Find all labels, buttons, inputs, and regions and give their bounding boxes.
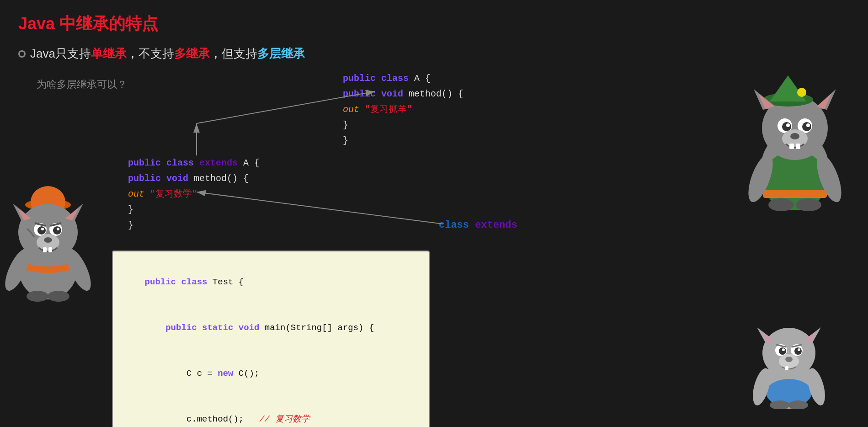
svg-point-38	[53, 226, 61, 235]
why-text: 为啥多层继承可以？	[37, 78, 127, 91]
highlight-single: 单继承	[91, 47, 127, 60]
svg-point-23	[768, 198, 794, 211]
title-java: Java	[18, 14, 59, 33]
code-b-line3: out "复习数学"	[128, 187, 260, 202]
svg-point-37	[37, 226, 46, 235]
svg-point-24	[796, 198, 821, 211]
svg-rect-67	[785, 366, 788, 370]
wolf-right-svg	[735, 64, 854, 215]
svg-point-14	[802, 122, 811, 131]
svg-point-39	[41, 228, 44, 230]
test-line2: public static void main(String[] args) {	[124, 305, 418, 351]
test-line1: public class Test {	[124, 260, 418, 305]
code-block-b: public class extends A { public void met…	[128, 155, 260, 233]
test-line3: C c = new C();	[124, 351, 418, 397]
svg-point-64	[798, 348, 800, 351]
svg-point-49	[48, 291, 69, 302]
code-a-line3: out "复习抓羊"	[343, 102, 463, 117]
code-b-line5: }	[128, 218, 260, 233]
code-box-test: public class Test { public static void m…	[112, 251, 430, 427]
title-main: 中继承的特点	[59, 14, 158, 33]
svg-point-66	[785, 357, 793, 362]
test-line4: c.method(); // 复习数学	[124, 396, 418, 427]
page-title: Java 中继承的特点	[18, 13, 158, 35]
svg-rect-20	[796, 144, 800, 149]
code-b-line2: public void method() {	[128, 171, 260, 187]
bullet-mid1: ，不支持	[127, 47, 174, 60]
svg-point-52	[762, 328, 815, 378]
wolf-character-left	[0, 183, 96, 302]
bullet-prefix: Java只支持	[30, 47, 91, 60]
code-b-line1: public class extends A {	[128, 155, 260, 171]
main-bullet: Java只支持单继承，不支持多继承，但支持多层继承	[18, 46, 305, 62]
svg-point-13	[782, 122, 791, 131]
code-a-line1: public class A {	[343, 71, 463, 86]
bullet-mid2: ，但支持	[210, 47, 257, 60]
code-a-line5: }	[343, 133, 463, 149]
svg-point-16	[806, 123, 810, 127]
code-block-a: public class A { public void method() { …	[343, 71, 463, 149]
code-a-line2: public void method() {	[343, 86, 463, 102]
bullet-text: Java只支持单继承，不支持多继承，但支持多层继承	[30, 46, 305, 62]
svg-point-48	[27, 291, 48, 302]
wolf-character-small	[747, 313, 831, 409]
svg-point-18	[790, 133, 799, 139]
svg-rect-19	[789, 144, 794, 149]
svg-rect-44	[43, 247, 47, 252]
highlight-multi: 多继承	[174, 47, 210, 60]
svg-point-62	[794, 347, 802, 355]
svg-point-40	[57, 228, 59, 230]
svg-point-63	[782, 348, 785, 351]
svg-rect-2	[763, 190, 827, 198]
code-b-line4: }	[128, 202, 260, 218]
svg-rect-45	[48, 247, 52, 252]
code-snippet-c: class extends	[439, 219, 517, 231]
wolf-left-svg	[0, 183, 96, 302]
svg-point-6	[797, 88, 806, 97]
wolf-character-right	[735, 64, 854, 215]
svg-point-61	[779, 347, 786, 355]
svg-point-15	[786, 123, 790, 127]
highlight-multilevel: 多层继承	[257, 47, 305, 60]
code-a-line4: }	[343, 117, 463, 133]
wolf-small-svg	[747, 313, 831, 409]
bullet-circle-icon	[18, 50, 26, 58]
svg-point-43	[44, 237, 52, 243]
